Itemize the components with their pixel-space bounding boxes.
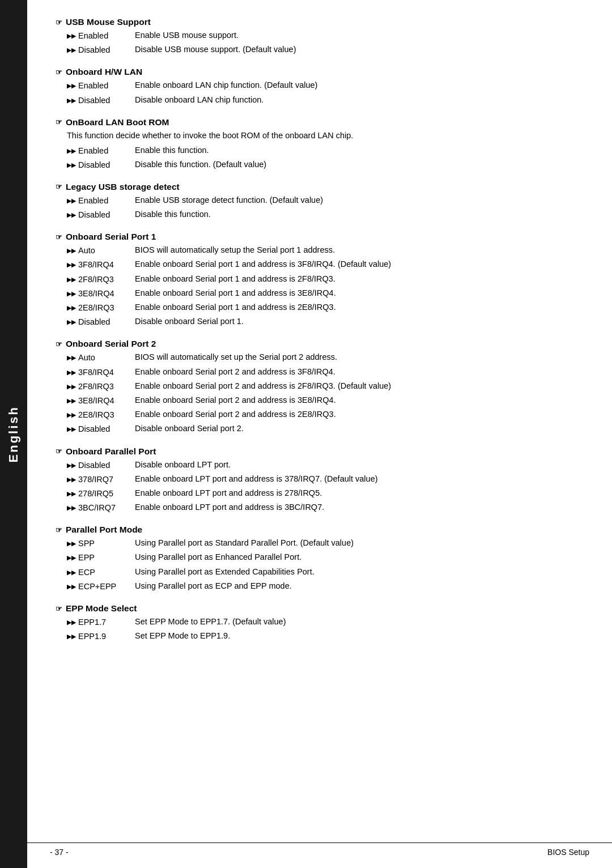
section-icon-legacy-usb-storage-detect: ☞: [56, 182, 62, 191]
sidebar-label: English: [6, 406, 21, 462]
section-icon-onboard-serial-port-1: ☞: [56, 233, 62, 241]
option-item: ▶▶3E8/IRQ4Enable onboard Serial port 2 a…: [67, 394, 589, 407]
option-arrow-icon: ▶▶: [67, 410, 76, 420]
main-content: ☞USB Mouse Support▶▶EnabledEnable USB mo…: [27, 0, 612, 868]
option-arrow-icon: ▶▶: [67, 45, 76, 56]
option-desc: Enable onboard Serial port 1 and address…: [135, 258, 391, 271]
section-icon-parallel-port-mode: ☞: [56, 526, 62, 534]
option-item: ▶▶DisabledDisable onboard Serial port 1.: [67, 316, 589, 329]
option-desc: Enable onboard Serial port 2 and address…: [135, 394, 336, 407]
option-arrow-icon: ▶▶: [67, 396, 76, 406]
option-item: ▶▶3F8/IRQ4Enable onboard Serial port 2 a…: [67, 366, 589, 379]
option-key: Enabled: [78, 144, 135, 158]
option-arrow-icon: ▶▶: [67, 424, 76, 435]
option-item: ▶▶DisabledDisable this function. (Defaul…: [67, 159, 589, 172]
option-arrow-icon: ▶▶: [67, 31, 76, 41]
option-desc: Enable onboard Serial port 1 and address…: [135, 287, 336, 300]
section-title-onboard-serial-port-2: ☞Onboard Serial Port 2: [56, 339, 589, 349]
option-item: ▶▶3E8/IRQ4Enable onboard Serial port 1 a…: [67, 287, 589, 300]
option-arrow-icon: ▶▶: [67, 146, 76, 156]
option-desc: Disable onboard LPT port.: [135, 459, 231, 471]
option-list-onboard-serial-port-2: ▶▶AutoBIOS will automatically set up the…: [67, 351, 589, 436]
section-title-onboard-serial-port-1: ☞Onboard Serial Port 1: [56, 232, 589, 242]
option-arrow-icon: ▶▶: [67, 461, 76, 471]
option-desc: Enable this function.: [135, 144, 209, 157]
section-icon-epp-mode-select: ☞: [56, 605, 62, 613]
option-item: ▶▶3F8/IRQ4Enable onboard Serial port 1 a…: [67, 258, 589, 271]
option-desc: Using Parallel port as Enhanced Parallel…: [135, 551, 301, 564]
sidebar: English: [0, 0, 27, 868]
section-title-text-parallel-port-mode: Parallel Port Mode: [66, 525, 142, 535]
option-item: ▶▶3BC/IRQ7Enable onboard LPT port and ad…: [67, 501, 589, 514]
option-arrow-icon: ▶▶: [67, 353, 76, 363]
option-key: 3F8/IRQ4: [78, 366, 135, 379]
option-list-onboard-serial-port-1: ▶▶AutoBIOS will automatically setup the …: [67, 244, 589, 329]
section-title-usb-mouse-support: ☞USB Mouse Support: [56, 17, 589, 27]
section-title-text-onboard-hw-lan: Onboard H/W LAN: [66, 67, 142, 77]
section-title-parallel-port-mode: ☞Parallel Port Mode: [56, 525, 589, 535]
sections-container: ☞USB Mouse Support▶▶EnabledEnable USB mo…: [56, 17, 589, 643]
option-item: ▶▶2E8/IRQ3Enable onboard Serial port 1 a…: [67, 301, 589, 314]
option-desc: Enable onboard Serial port 2 and address…: [135, 366, 335, 378]
footer-inner: - 37 - BIOS Setup: [50, 843, 589, 857]
option-item: ▶▶DisabledDisable onboard Serial port 2.: [67, 423, 589, 436]
option-arrow-icon: ▶▶: [67, 317, 76, 327]
option-desc: Enable onboard LPT port and address is 3…: [135, 473, 378, 486]
section-onboard-parallel-port: ☞Onboard Parallel Port▶▶DisabledDisable …: [56, 446, 589, 515]
option-key: SPP: [78, 537, 135, 550]
option-arrow-icon: ▶▶: [67, 489, 76, 499]
section-onboard-hw-lan: ☞Onboard H/W LAN▶▶EnabledEnable onboard …: [56, 67, 589, 107]
option-key: EPP1.9: [78, 630, 135, 643]
option-key: Disabled: [78, 316, 135, 329]
option-arrow-icon: ▶▶: [67, 96, 76, 106]
option-item: ▶▶278/IRQ5Enable onboard LPT port and ad…: [67, 487, 589, 500]
section-onboard-lan-boot-rom: ☞OnBoard LAN Boot ROMThis function decid…: [56, 117, 589, 172]
section-title-text-onboard-parallel-port: Onboard Parallel Port: [66, 446, 156, 457]
option-arrow-icon: ▶▶: [67, 275, 76, 285]
option-item: ▶▶EnabledEnable USB storage detect funct…: [67, 194, 589, 207]
option-arrow-icon: ▶▶: [67, 196, 76, 206]
option-arrow-icon: ▶▶: [67, 553, 76, 563]
option-key: 3F8/IRQ4: [78, 258, 135, 271]
option-item: ▶▶ECP+EPPUsing Parallel port as ECP and …: [67, 580, 589, 593]
option-key: 2E8/IRQ3: [78, 409, 135, 422]
option-desc: Disable USB mouse support. (Default valu…: [135, 44, 296, 56]
section-title-text-legacy-usb-storage-detect: Legacy USB storage detect: [66, 182, 180, 192]
option-desc: Using Parallel port as ECP and EPP mode.: [135, 580, 292, 593]
option-desc: Disable onboard Serial port 2.: [135, 423, 244, 435]
section-title-text-epp-mode-select: EPP Mode Select: [66, 603, 137, 614]
option-key: ECP+EPP: [78, 580, 135, 593]
section-epp-mode-select: ☞EPP Mode Select▶▶EPP1.7Set EPP Mode to …: [56, 603, 589, 643]
option-item: ▶▶EnabledEnable this function.: [67, 144, 589, 158]
option-arrow-icon: ▶▶: [67, 160, 76, 171]
option-key: Auto: [78, 244, 135, 257]
section-title-epp-mode-select: ☞EPP Mode Select: [56, 603, 589, 614]
option-item: ▶▶DisabledDisable USB mouse support. (De…: [67, 44, 589, 57]
option-key: 3E8/IRQ4: [78, 287, 135, 300]
option-item: ▶▶DisabledDisable onboard LPT port.: [67, 459, 589, 472]
option-item: ▶▶EPP1.7Set EPP Mode to EPP1.7. (Default…: [67, 616, 589, 629]
option-arrow-icon: ▶▶: [67, 81, 76, 91]
option-key: Auto: [78, 351, 135, 364]
option-arrow-icon: ▶▶: [67, 539, 76, 549]
option-item: ▶▶2E8/IRQ3Enable onboard Serial port 2 a…: [67, 409, 589, 422]
option-item: ▶▶2F8/IRQ3Enable onboard Serial port 2 a…: [67, 380, 589, 393]
option-desc: Using Parallel port as Extended Capabili…: [135, 566, 314, 578]
option-key: Disabled: [78, 423, 135, 436]
option-desc: Using Parallel port as Standard Parallel…: [135, 537, 354, 550]
option-key: EPP1.7: [78, 616, 135, 629]
option-item: ▶▶2F8/IRQ3Enable onboard Serial port 1 a…: [67, 273, 589, 286]
section-icon-onboard-lan-boot-rom: ☞: [56, 118, 62, 126]
option-list-onboard-parallel-port: ▶▶DisabledDisable onboard LPT port.▶▶378…: [67, 459, 589, 515]
option-key: Disabled: [78, 209, 135, 222]
option-desc: Enable onboard LAN chip function. (Defau…: [135, 79, 317, 92]
option-desc: BIOS will automatically set up the Seria…: [135, 351, 337, 364]
option-list-legacy-usb-storage-detect: ▶▶EnabledEnable USB storage detect funct…: [67, 194, 589, 222]
section-title-onboard-hw-lan: ☞Onboard H/W LAN: [56, 67, 589, 77]
option-key: 2E8/IRQ3: [78, 301, 135, 314]
footer: - 37 - BIOS Setup: [27, 843, 612, 857]
section-onboard-serial-port-2: ☞Onboard Serial Port 2▶▶AutoBIOS will au…: [56, 339, 589, 436]
option-arrow-icon: ▶▶: [67, 632, 76, 642]
section-onboard-serial-port-1: ☞Onboard Serial Port 1▶▶AutoBIOS will au…: [56, 232, 589, 329]
section-description-onboard-lan-boot-rom: This function decide whether to invoke t…: [67, 130, 589, 142]
